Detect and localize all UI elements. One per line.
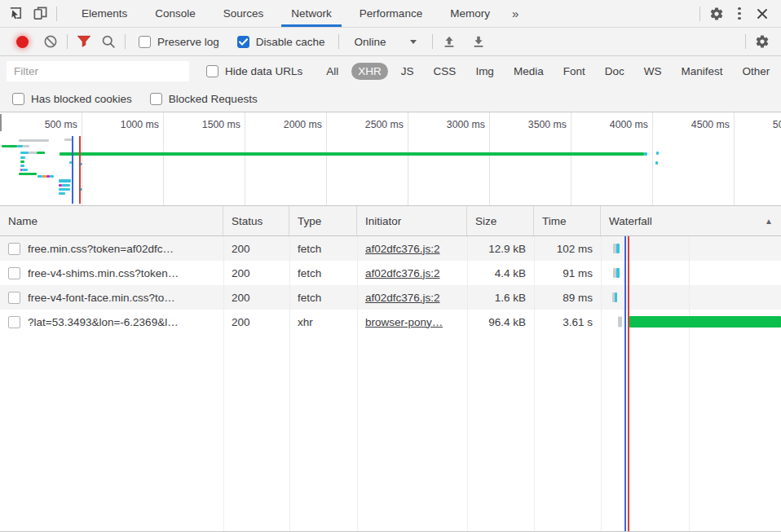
timeline-tick-label: 2000 ms — [240, 119, 322, 130]
initiator-cell: browser-pony… — [357, 310, 467, 334]
request-name[interactable]: free-v4-font-face.min.css?to… — [28, 292, 175, 304]
settings-gear-icon[interactable] — [704, 2, 729, 25]
overview-request-bar — [20, 156, 25, 159]
inspect-element-icon[interactable] — [3, 2, 28, 25]
filter-pill-xhr[interactable]: XHR — [351, 63, 388, 80]
timeline-tick-label: 1500 ms — [159, 119, 240, 130]
timeline-tick-label: 3500 ms — [485, 119, 567, 130]
filter-pill-css[interactable]: CSS — [427, 63, 463, 80]
waterfall-bar-segment — [616, 268, 620, 278]
load-event-line — [628, 236, 629, 531]
export-har-icon[interactable] — [466, 30, 491, 53]
tab-memory[interactable]: Memory — [436, 0, 504, 27]
time-cell: 89 ms — [534, 285, 601, 310]
options-bar: Has blocked cookies Blocked Requests — [0, 86, 781, 112]
column-header-label: Name — [8, 215, 38, 227]
type-cell: fetch — [289, 261, 357, 285]
filter-pill-font[interactable]: Font — [557, 63, 592, 80]
clear-network-log-icon[interactable] — [38, 30, 63, 53]
overview-request-bar — [2, 145, 17, 147]
column-header-waterfall[interactable]: Waterfall▲ — [601, 206, 781, 235]
filter-pill-js[interactable]: JS — [395, 63, 421, 80]
request-name-cell: free.min.css?token=af02dfc… — [0, 236, 223, 261]
table-row[interactable]: free-v4-font-face.min.css?to…200fetchaf0… — [0, 285, 781, 310]
main-toolbar: ElementsConsoleSourcesNetworkPerformance… — [0, 0, 781, 28]
column-header-size[interactable]: Size — [467, 206, 534, 235]
size-cell: 4.4 kB — [467, 261, 534, 285]
blocked-requests-label: Blocked Requests — [169, 93, 258, 105]
filter-pill-all[interactable]: All — [320, 63, 345, 80]
device-toolbar-icon[interactable] — [28, 2, 52, 25]
column-divider — [357, 236, 358, 531]
checkbox-icon[interactable] — [150, 93, 162, 105]
search-icon[interactable] — [96, 30, 121, 53]
separator — [338, 34, 339, 49]
table-row[interactable]: ?lat=53.3493&lon=-6.2369&l…200xhrbrowser… — [0, 310, 781, 334]
column-header-initiator[interactable]: Initiator — [357, 206, 467, 235]
initiator-link[interactable]: af02dfc376.js:2 — [365, 292, 440, 304]
devtools-window: ElementsConsoleSourcesNetworkPerformance… — [0, 0, 781, 532]
filter-pill-doc[interactable]: Doc — [598, 63, 631, 80]
column-header-type[interactable]: Type — [289, 206, 357, 235]
kebab-menu-icon[interactable] — [729, 2, 750, 25]
throttling-select[interactable]: Online — [355, 36, 417, 48]
column-header-label: Waterfall — [609, 215, 652, 227]
request-name[interactable]: free.min.css?token=af02dfc… — [28, 243, 174, 255]
disable-cache-label: Disable cache — [256, 36, 325, 48]
record-network-log-icon[interactable] — [16, 36, 29, 48]
overview-request-bar — [23, 145, 29, 147]
type-cell: fetch — [289, 236, 357, 261]
table-row[interactable]: free.min.css?token=af02dfc…200fetchaf02d… — [0, 236, 781, 261]
overview-request-bar — [19, 139, 49, 142]
row-checkbox[interactable] — [8, 292, 20, 304]
import-har-icon[interactable] — [437, 30, 461, 53]
close-icon[interactable] — [750, 2, 774, 25]
initiator-link[interactable]: af02dfc376.js:2 — [365, 267, 440, 279]
throttling-value: Online — [355, 36, 386, 48]
preserve-log-checkbox[interactable]: Preserve log — [139, 36, 219, 48]
filter-input[interactable] — [7, 61, 189, 81]
filter-pill-media[interactable]: Media — [507, 63, 550, 80]
disable-cache-checkbox[interactable]: Disable cache — [237, 36, 325, 48]
hide-data-urls-checkbox[interactable]: Hide data URLs — [206, 65, 302, 77]
overview-request-bar — [20, 152, 29, 154]
network-toolbar: Preserve log Disable cache Online — [0, 28, 781, 56]
column-header-name[interactable]: Name — [0, 206, 223, 235]
initiator-link[interactable]: browser-pony… — [365, 316, 443, 328]
filter-pill-other[interactable]: Other — [735, 63, 776, 80]
overview-request-bar — [37, 152, 45, 154]
checkbox-icon[interactable] — [12, 93, 24, 105]
tab-elements[interactable]: Elements — [68, 0, 141, 27]
more-tabs-icon[interactable]: » — [504, 7, 527, 20]
tab-performance[interactable]: Performance — [346, 0, 436, 27]
filter-pill-img[interactable]: Img — [469, 63, 501, 80]
column-header-time[interactable]: Time — [534, 206, 601, 235]
timeline-overview[interactable]: 500 ms1000 ms1500 ms2000 ms2500 ms3000 m… — [0, 112, 781, 206]
column-header-status[interactable]: Status — [223, 206, 289, 235]
tab-console[interactable]: Console — [141, 0, 210, 27]
tab-sources[interactable]: Sources — [210, 0, 278, 27]
request-name[interactable]: free-v4-shims.min.css?token… — [28, 267, 179, 279]
row-checkbox[interactable] — [8, 243, 20, 255]
initiator-cell: af02dfc376.js:2 — [357, 236, 467, 261]
table-row[interactable]: free-v4-shims.min.css?token…200fetchaf02… — [0, 261, 781, 285]
initiator-link[interactable]: af02dfc376.js:2 — [365, 243, 440, 255]
tab-network[interactable]: Network — [277, 0, 346, 27]
column-header-label: Initiator — [365, 215, 401, 227]
blocked-requests-checkbox[interactable]: Blocked Requests — [150, 93, 258, 105]
checkbox-icon[interactable] — [139, 36, 151, 48]
row-checkbox[interactable] — [8, 316, 20, 328]
checkbox-icon[interactable] — [206, 65, 218, 77]
filter-pill-ws[interactable]: WS — [638, 63, 668, 80]
initiator-cell: af02dfc376.js:2 — [357, 285, 467, 310]
has-blocked-cookies-checkbox[interactable]: Has blocked cookies — [12, 93, 132, 105]
row-checkbox[interactable] — [8, 267, 20, 279]
checkbox-icon[interactable] — [237, 36, 249, 48]
overview-request-bar — [17, 145, 23, 147]
request-name[interactable]: ?lat=53.3493&lon=-6.2369&l… — [28, 316, 179, 328]
timeline-tick-label: 3000 ms — [404, 119, 485, 130]
filter-pill-manifest[interactable]: Manifest — [674, 63, 729, 80]
network-settings-gear-icon[interactable] — [750, 30, 774, 53]
overview-request-bar — [29, 152, 37, 154]
filter-funnel-icon[interactable] — [72, 30, 96, 53]
